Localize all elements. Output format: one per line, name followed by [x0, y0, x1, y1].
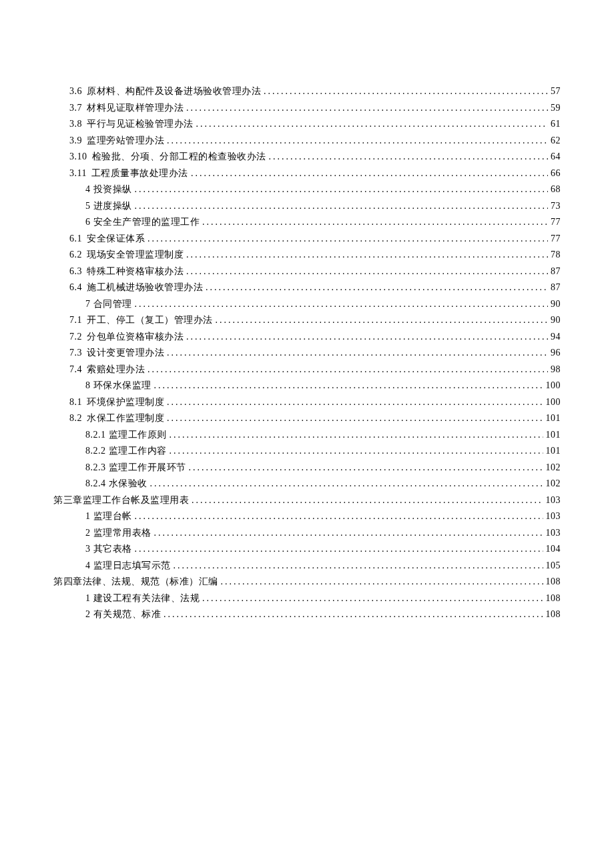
toc-entry-title: 现场安全管理监理制度 [87, 247, 184, 264]
toc-entry: 7 合同管理90 [53, 296, 561, 313]
toc-entry-number: 6.4 [69, 280, 82, 296]
toc-entry: 7.4索赔处理办法98 [53, 362, 561, 378]
toc-entry-page: 94 [551, 329, 561, 346]
toc-entry: 3.9监理旁站管理办法62 [53, 133, 561, 149]
toc-entry: 3.11工程质量事故处理办法66 [53, 165, 561, 182]
toc-leader-dots [135, 181, 549, 198]
toc-entry-title: 8.2.2 监理工作内容 [85, 443, 167, 460]
toc-entry: 3.10检验批、分项、分部工程的检查验收办法64 [53, 149, 561, 165]
toc-entry-page: 90 [551, 296, 561, 313]
toc-leader-dots [154, 525, 543, 542]
toc-entry-title: 水保工作监理制度 [87, 410, 164, 427]
toc-leader-dots [164, 606, 543, 623]
toc-entry: 3.6原材料、构配件及设备进场验收管理办法57 [53, 83, 561, 100]
toc-entry-page: 98 [551, 362, 561, 378]
toc-entry-page: 108 [546, 590, 561, 607]
toc-entry-title: 1 建设工程有关法律、法规 [85, 590, 200, 607]
toc-entry: 7.1开工、停工（复工）管理办法90 [53, 312, 561, 329]
toc-entry-title: 3 其它表格 [85, 541, 132, 558]
toc-leader-dots [202, 590, 543, 607]
toc-entry-title: 1 监理台帐 [85, 508, 132, 525]
toc-entry-page: 66 [551, 165, 561, 182]
toc-entry-page: 62 [551, 133, 561, 149]
toc-entry-title: 7 合同管理 [85, 296, 132, 313]
toc-entry-number: 6.1 [69, 231, 82, 248]
document-page: 3.6原材料、构配件及设备进场验收管理办法573.7材料见证取样管理办法593.… [0, 0, 614, 868]
toc-leader-dots [135, 541, 543, 558]
toc-leader-dots [186, 329, 548, 346]
toc-entry-number: 7.4 [69, 362, 82, 378]
toc-entry: 3.7材料见证取样管理办法59 [53, 100, 561, 117]
toc-entry-number: 6.3 [69, 264, 82, 280]
toc-leader-dots [167, 133, 548, 149]
toc-leader-dots [135, 508, 543, 525]
toc-entry-title: 施工机械进场验收管理办法 [87, 280, 203, 296]
toc-entry-page: 57 [551, 83, 561, 100]
toc-entry: 第四章法律、法规、规范（标准）汇编108 [53, 574, 561, 590]
toc-entry-number: 3.11 [69, 165, 87, 182]
toc-entry: 6.3特殊工种资格审核办法87 [53, 264, 561, 280]
toc-entry: 第三章监理工作台帐及监理用表103 [53, 492, 561, 509]
toc-entry-number: 7.3 [69, 345, 82, 362]
toc-entry-title: 开工、停工（复工）管理办法 [87, 312, 213, 329]
toc-entry: 6 安全生产管理的监理工作77 [53, 214, 561, 231]
toc-leader-dots [189, 460, 543, 476]
toc-entry-page: 87 [551, 280, 561, 296]
toc-entry-title: 分包单位资格审核办法 [87, 329, 184, 346]
toc-entry: 7.3设计变更管理办法96 [53, 345, 561, 362]
toc-entry-title: 设计变更管理办法 [87, 345, 164, 362]
toc-leader-dots [221, 574, 543, 590]
toc-leader-dots [186, 100, 548, 117]
toc-leader-dots [170, 427, 543, 444]
toc-leader-dots [216, 312, 549, 329]
toc-entry-page: 101 [546, 427, 561, 444]
toc-entry-number: 3.10 [69, 149, 87, 165]
toc-leader-dots [192, 492, 543, 509]
toc-leader-dots [167, 394, 543, 411]
toc-entry: 4 监理日志填写示范105 [53, 558, 561, 574]
toc-entry-title: 4 监理日志填写示范 [85, 558, 171, 574]
toc-entry-page: 77 [551, 231, 561, 248]
toc-leader-dots [170, 443, 543, 460]
toc-entry-title: 4 投资操纵 [85, 181, 132, 198]
toc-entry: 1 监理台帐103 [53, 508, 561, 525]
toc-entry-number: 3.7 [69, 100, 82, 117]
toc-entry: 8.1环境保护监理制度100 [53, 394, 561, 411]
toc-entry-title: 8.2.3 监理工作开展环节 [85, 460, 186, 476]
toc-leader-dots [174, 558, 543, 574]
toc-entry-page: 103 [546, 492, 561, 509]
toc-entry-number: 8.2 [69, 410, 82, 427]
toc-entry-page: 108 [546, 574, 561, 590]
toc-entry: 8.2.4 水保验收102 [53, 476, 561, 492]
toc-entry-title: 6 安全生产管理的监理工作 [85, 214, 200, 231]
toc-leader-dots [135, 296, 549, 313]
toc-entry-page: 96 [551, 345, 561, 362]
toc-leader-dots [150, 476, 543, 492]
toc-entry: 2 有关规范、标准108 [53, 606, 561, 623]
toc-leader-dots [135, 198, 549, 215]
toc-entry-title: 8.2.1 监理工作原则 [85, 427, 167, 444]
toc-entry-page: 100 [546, 378, 561, 394]
toc-entry: 5 进度操纵73 [53, 198, 561, 215]
toc-entry: 2 监理常用表格103 [53, 525, 561, 542]
toc-entry-page: 68 [551, 181, 561, 198]
toc-leader-dots [186, 247, 548, 264]
toc-entry-title: 检验批、分项、分部工程的检查验收办法 [92, 149, 266, 165]
toc-entry-page: 90 [551, 312, 561, 329]
toc-entry-page: 108 [546, 606, 561, 623]
toc-entry-title: 2 有关规范、标准 [85, 606, 161, 623]
toc-entry-page: 87 [551, 264, 561, 280]
toc-entry: 3.8平行与见证检验管理办法61 [53, 116, 561, 133]
toc-entry-page: 105 [546, 558, 561, 574]
toc-entry-title: 材料见证取样管理办法 [87, 100, 184, 117]
toc-entry-number: 8.1 [69, 394, 82, 411]
toc-entry-page: 59 [551, 100, 561, 117]
toc-entry-title: 5 进度操纵 [85, 198, 132, 215]
toc-entry: 8.2.2 监理工作内容101 [53, 443, 561, 460]
toc-entry-page: 78 [551, 247, 561, 264]
toc-entry: 8 环保水保监理100 [53, 378, 561, 394]
toc-leader-dots [206, 280, 548, 296]
toc-entry-title: 8.2.4 水保验收 [85, 476, 147, 492]
toc-entry-title: 索赔处理办法 [87, 362, 145, 378]
toc-leader-dots [186, 264, 548, 280]
